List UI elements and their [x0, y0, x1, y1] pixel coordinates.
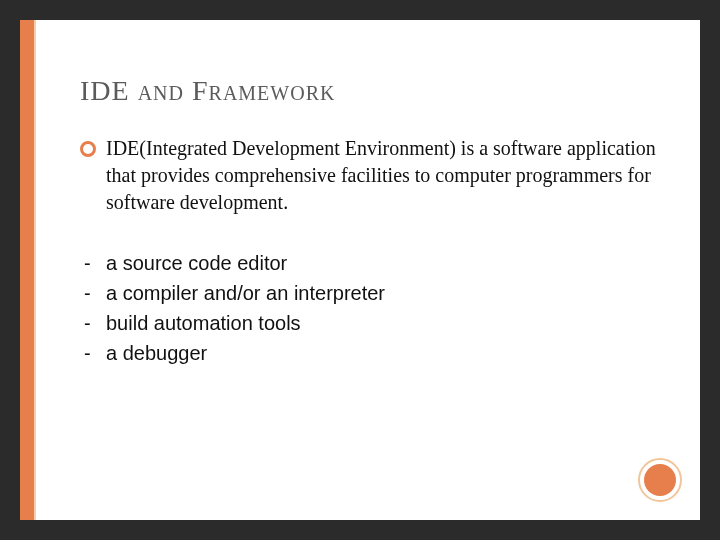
list-item: a debugger	[80, 338, 660, 368]
list-item: build automation tools	[80, 308, 660, 338]
circle-inner-fill-icon	[644, 464, 676, 496]
left-accent-stripe-inner	[34, 20, 36, 520]
list-item: a compiler and/or an interpreter	[80, 278, 660, 308]
content-area: IDE and Framework IDE(Integrated Develop…	[80, 75, 660, 368]
slide: IDE and Framework IDE(Integrated Develop…	[20, 20, 700, 520]
list-item: a source code editor	[80, 248, 660, 278]
main-bullet-list: IDE(Integrated Development Environment) …	[80, 135, 660, 216]
main-bullet-item: IDE(Integrated Development Environment) …	[80, 135, 660, 216]
left-accent-stripe	[20, 20, 34, 520]
decorative-corner-circle-icon	[638, 458, 682, 502]
sub-list: a source code editor a compiler and/or a…	[80, 248, 660, 368]
slide-title: IDE and Framework	[80, 75, 660, 107]
